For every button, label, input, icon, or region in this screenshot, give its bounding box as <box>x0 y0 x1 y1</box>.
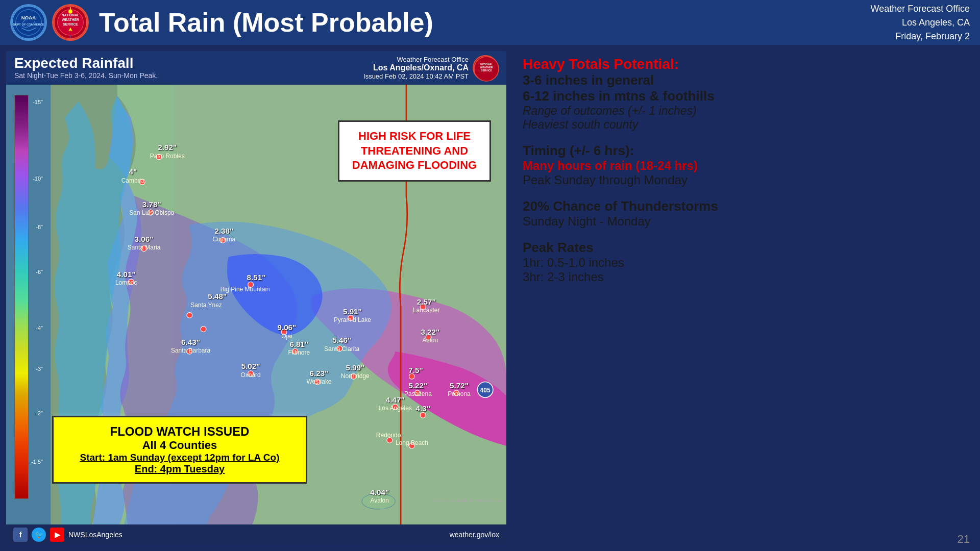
svg-point-43 <box>420 412 426 418</box>
peak-1hr: 1hr: 0.5-1.0 inches <box>523 256 966 270</box>
wfo-logo: NATIONAL WEATHER SERVICE <box>473 55 498 81</box>
svg-point-11 <box>68 10 72 14</box>
svg-text:NATIONAL: NATIONAL <box>62 13 80 17</box>
svg-text:5.72": 5.72" <box>450 381 469 390</box>
svg-text:Santa Ynez: Santa Ynez <box>190 302 222 309</box>
svg-text:NOAA: NOAA <box>21 15 36 20</box>
svg-text:Redondo: Redondo <box>376 432 401 439</box>
svg-text:Avalon: Avalon <box>371 497 389 504</box>
svg-text:6.43": 6.43" <box>181 338 200 346</box>
svg-point-28 <box>201 327 206 332</box>
social-icons: f 🐦 ▶ NWSLosAngeles <box>13 528 122 542</box>
office-name: Weather Forecast Office <box>871 2 970 16</box>
map-header: Expected Rainfall Sat Night-Tue Feb 3-6,… <box>6 51 506 85</box>
precip-legend: -15" -10" -8" -6" -4" -3" -2" -1.5" Stor… <box>15 95 51 499</box>
svg-text:Long Beach: Long Beach <box>396 439 428 446</box>
map-title-right: Weather Forecast Office Los Angeles/Oxna… <box>363 55 498 81</box>
map-source: Source: US National Park Service <box>432 498 501 503</box>
svg-text:3.06": 3.06" <box>135 235 154 243</box>
flood-watch-line3: Start: 1am Sunday (except 12pm for LA Co… <box>64 452 296 463</box>
svg-text:Lompoc: Lompoc <box>115 279 137 286</box>
website-url: weather.gov/lox <box>450 531 499 539</box>
svg-text:2.92": 2.92" <box>158 143 177 152</box>
svg-text:Big Pine Mountain: Big Pine Mountain <box>220 286 270 293</box>
timing-normal: Peak Sunday through Monday <box>523 173 966 187</box>
twitter-icon[interactable]: 🐦 <box>32 528 46 542</box>
timing-section: Timing (+/- 6 hrs): Many hours of rain (… <box>523 143 966 187</box>
peak-rates-section: Peak Rates 1hr: 0.5-1.0 inches 3hr: 2-3 … <box>523 240 966 284</box>
svg-text:Santa Maria: Santa Maria <box>128 244 161 251</box>
svg-text:8.51": 8.51" <box>247 273 266 282</box>
timing-title: Timing (+/- 6 hrs): <box>523 143 966 159</box>
high-risk-box: HIGH RISK FOR LIFE THREATENING AND DAMAG… <box>338 120 491 182</box>
svg-text:DEPT OF COMMERCE: DEPT OF COMMERCE <box>13 23 44 26</box>
header-office-info: Weather Forecast Office Los Angeles, CA … <box>871 2 970 43</box>
svg-text:5.91": 5.91" <box>343 307 362 316</box>
nws-logo: NATIONAL WEATHER SERVICE <box>52 4 89 41</box>
svg-text:5.46": 5.46" <box>332 336 351 344</box>
svg-text:Pyramid Lake: Pyramid Lake <box>334 316 372 323</box>
page-number: 21 <box>958 533 970 546</box>
svg-text:Pasadena: Pasadena <box>404 390 432 397</box>
svg-text:WEATHER: WEATHER <box>62 18 79 21</box>
svg-text:3.22": 3.22" <box>421 328 439 336</box>
svg-text:5.48": 5.48" <box>208 292 227 300</box>
svg-text:9.06": 9.06" <box>277 323 296 332</box>
svg-text:3.78": 3.78" <box>142 200 161 209</box>
flood-watch-line4: End: 4pm Tuesday <box>64 463 296 475</box>
thunder-title: 20% Chance of Thunderstorms <box>523 198 966 214</box>
svg-text:4.04": 4.04" <box>370 488 389 496</box>
peak-3hr: 3hr: 2-3 inches <box>523 270 966 284</box>
svg-text:2.38": 2.38" <box>214 227 233 235</box>
thunder-normal: Sunday Night - Monday <box>523 214 966 229</box>
info-line3: Range of outcomes (+/- 1 inches) <box>523 104 966 118</box>
youtube-icon[interactable]: ▶ <box>50 528 64 542</box>
noaa-logo: NOAA DEPT OF COMMERCE <box>10 4 47 41</box>
info-panel: Heavy Totals Potential: 3-6 inches in ge… <box>514 51 974 545</box>
svg-text:405: 405 <box>480 387 491 394</box>
svg-text:Oxnard: Oxnard <box>240 371 260 379</box>
svg-text:SERVICE: SERVICE <box>63 22 78 26</box>
map-title: Expected Rainfall <box>14 55 158 71</box>
svg-text:Northridge: Northridge <box>341 372 370 380</box>
wfo-name: Weather Forecast Office <box>363 56 469 63</box>
svg-text:Paso Robles: Paso Robles <box>150 153 185 160</box>
map-footer: f 🐦 ▶ NWSLosAngeles weather.gov/lox <box>6 524 506 545</box>
info-line2: 6-12 inches in mtns & foothills <box>523 88 966 104</box>
flood-watch-line2: All 4 Counties <box>64 439 296 452</box>
svg-text:4.3": 4.3" <box>415 404 430 413</box>
heavy-totals-section: Heavy Totals Potential: 3-6 inches in ge… <box>523 56 966 132</box>
header-logos: NOAA DEPT OF COMMERCE NATIONAL WEATHER S… <box>10 4 89 41</box>
peak-title: Peak Rates <box>523 240 966 256</box>
svg-text:Pomona: Pomona <box>448 390 471 397</box>
flood-watch-line1: FLOOD WATCH ISSUED <box>64 424 296 439</box>
map-panel: Expected Rainfall Sat Night-Tue Feb 3-6,… <box>6 51 506 545</box>
svg-text:Cuyama: Cuyama <box>213 236 236 243</box>
svg-point-27 <box>187 312 192 318</box>
svg-text:4.47": 4.47" <box>386 395 405 404</box>
heavy-totals-title: Heavy Totals Potential: <box>523 56 966 72</box>
svg-text:2.57": 2.57" <box>417 297 436 306</box>
svg-text:Acton: Acton <box>423 337 438 344</box>
wfo-issued: Issued Feb 02, 2024 10:42 AM PST <box>363 72 469 80</box>
flood-watch-box: FLOOD WATCH ISSUED All 4 Counties Start:… <box>52 416 307 484</box>
facebook-icon[interactable]: f <box>13 528 28 542</box>
svg-text:Ojai: Ojai <box>281 333 292 340</box>
main-content: Expected Rainfall Sat Night-Tue Feb 3-6,… <box>0 45 980 551</box>
thunder-section: 20% Chance of Thunderstorms Sunday Night… <box>523 198 966 229</box>
svg-text:6.81": 6.81" <box>289 340 308 348</box>
office-city: Los Angeles, CA <box>871 16 970 30</box>
high-risk-line3: DAMAGING FLOODING <box>347 158 482 173</box>
wfo-location: Los Angeles/Oxnard, CA <box>363 63 469 72</box>
page-title: Total Rain (Most Probable) <box>99 7 871 38</box>
map-title-left: Expected Rainfall Sat Night-Tue Feb 3-6,… <box>14 55 158 80</box>
svg-text:Santa Clarita: Santa Clarita <box>324 345 360 353</box>
svg-text:5.22": 5.22" <box>408 381 427 390</box>
high-risk-line2: THREATENING AND <box>347 144 482 159</box>
svg-text:Fillmore: Fillmore <box>288 349 310 356</box>
info-line4: Heaviest south county <box>523 118 966 132</box>
svg-text:SERVICE: SERVICE <box>481 69 493 72</box>
info-line1: 3-6 inches in general <box>523 72 966 88</box>
svg-text:Lancaster: Lancaster <box>413 307 440 314</box>
svg-text:Santa Barbara: Santa Barbara <box>171 347 211 354</box>
